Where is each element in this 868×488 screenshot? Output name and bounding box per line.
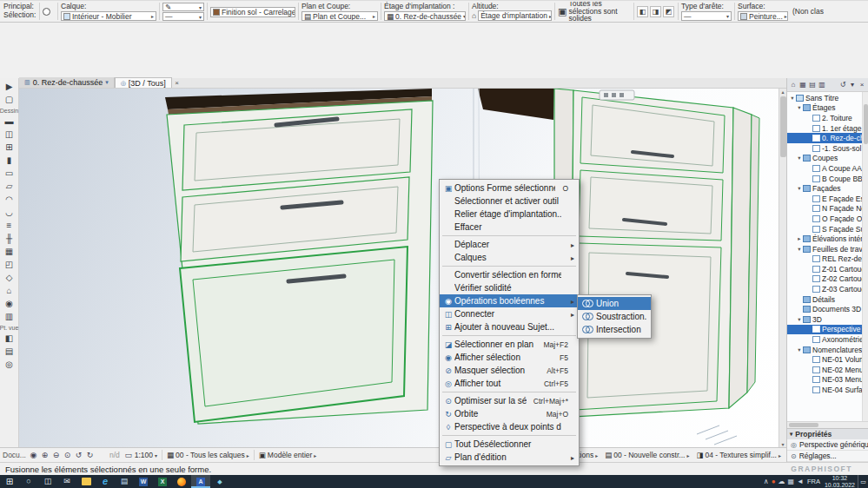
context-menu-item[interactable]: ⊞ Ajouter à nouveau Sujet... (440, 320, 579, 333)
view-map-icon[interactable]: ▦ (798, 80, 807, 89)
archicad-app-icon[interactable]: A (191, 475, 210, 488)
tree-scrollbar[interactable] (862, 92, 868, 421)
context-menu-item[interactable]: ◫ Connecter (440, 307, 579, 320)
settings-row[interactable]: ⊙ Réglages... (787, 451, 868, 462)
line-type-combo[interactable]: —▾ (162, 12, 204, 21)
expander-icon[interactable]: ▸ (796, 235, 803, 242)
language-indicator[interactable]: FRA (807, 478, 820, 485)
submenu-item[interactable]: Union (578, 297, 651, 310)
context-menu-item[interactable]: ▣ Options Forme sélectionné O (440, 181, 579, 195)
tree-item[interactable]: ▾ Feuilles de travail (787, 244, 868, 254)
word-app-icon[interactable]: W (134, 475, 153, 488)
viewport-scrollbar[interactable]: ▴ ▾ (779, 89, 786, 447)
expander-icon[interactable]: ▾ (796, 246, 803, 253)
tree-item[interactable]: Axonométrie géné... (787, 334, 868, 345)
tree-item[interactable]: REL Rez-de-chauss... (787, 254, 868, 265)
previous-view-icon[interactable]: ↺ (73, 450, 84, 461)
tree-item[interactable]: ▾ Étages (787, 103, 868, 114)
expander-icon[interactable]: ▾ (796, 316, 803, 323)
onedrive-icon[interactable]: ☁ (778, 478, 785, 485)
tray-expand-icon[interactable]: ∧ (764, 478, 769, 485)
solid-selection-icon[interactable]: ▣ (558, 6, 567, 17)
tree-item[interactable]: ▾ Sans Titre (787, 93, 868, 103)
wall-tool[interactable]: ▬ (2, 115, 17, 128)
context-menu-item[interactable]: ▢ Tout Désélectionner (440, 438, 579, 451)
tree-item[interactable]: ▾ 3D (787, 314, 868, 325)
tree-item[interactable]: ▾ Coupes (787, 154, 868, 164)
styles-combo[interactable]: ◨04 - Textures simplif...▸ (693, 451, 784, 459)
bimx-app-icon[interactable]: ◆ (210, 475, 229, 488)
context-menu-item[interactable]: ◊ Perspective à deux points de fuite (440, 420, 579, 433)
context-menu-item[interactable]: ◉ Afficher sélection F5 (440, 351, 579, 364)
pan-icon[interactable]: ◉ (28, 450, 39, 461)
tree-item[interactable]: NE-01 Volumes e... (787, 354, 868, 365)
beam-tool[interactable]: ▭ (2, 167, 17, 180)
context-menu-item[interactable]: Vérifier solidité (440, 281, 579, 294)
tree-item[interactable]: Z-02 Cartouche 02 (787, 274, 868, 285)
pen-color-icon[interactable] (43, 8, 50, 16)
scrollbar-thumb[interactable] (780, 96, 786, 157)
next-view-icon[interactable]: ↻ (84, 450, 96, 461)
excel-app-icon[interactable]: X (153, 475, 172, 488)
section-tool[interactable]: ◧ (2, 332, 17, 345)
railing-tool[interactable]: ╫ (2, 232, 17, 245)
context-menu-item[interactable]: Relier étage d'implantation... (440, 208, 579, 221)
spacer[interactable] (827, 80, 838, 89)
project-map-icon[interactable]: ⌂ (789, 80, 798, 89)
3d-viewport[interactable]: ▴ ▾ (19, 89, 786, 447)
expander-icon[interactable]: ▾ (796, 185, 803, 192)
morph-tool[interactable]: ◇ (2, 271, 17, 284)
tree-item[interactable]: N Façade Nord (M... (787, 204, 868, 214)
plan-display-combo[interactable]: ▤Plan et Coupe...▸ (301, 11, 378, 21)
panel-close-icon[interactable]: × (858, 80, 866, 89)
face-mode-icon[interactable]: ◧ (637, 6, 648, 17)
tree-item[interactable]: ▾ Façades (787, 183, 868, 194)
submenu-item[interactable]: Soustraction... (578, 310, 651, 323)
tree-hscrollbar[interactable] (787, 421, 868, 428)
tab-3d-view[interactable]: ◎[3D / Tous] (115, 77, 172, 88)
camera-tool[interactable]: ◎ (2, 358, 17, 371)
fit-in-window-icon[interactable]: ⊙ (62, 450, 73, 461)
line-pen-combo[interactable]: ✎▾ (162, 3, 204, 11)
arrow-tool[interactable]: ▶ (2, 80, 17, 93)
layer-combination-combo[interactable]: ▦00 - Tous les calques▸ (164, 451, 252, 459)
tree-item[interactable]: E Façade Est (Mod... (787, 194, 868, 204)
tree-item[interactable]: -1. Sous-sol (787, 143, 868, 154)
notification-dot-icon[interactable]: ● (772, 478, 776, 485)
volume-icon[interactable]: ◄ (797, 478, 804, 485)
tree-item[interactable]: B Coupe BB (Mod... (787, 174, 868, 184)
store-app-icon[interactable]: ▤ (115, 475, 134, 488)
context-menu-item[interactable]: Déplacer (440, 238, 579, 251)
home-story-combo[interactable]: ▦0. Rez-de-chaussée▾ (384, 11, 466, 21)
submenu-item[interactable]: Intersection (578, 323, 651, 336)
elevation-tool[interactable]: ▤ (2, 345, 17, 358)
mail-app-icon[interactable]: ✉ (57, 475, 76, 488)
edge-app-icon[interactable]: e (96, 475, 115, 488)
tree-item[interactable]: S Façade Sud (Mo... (787, 224, 868, 234)
context-menu-item[interactable]: ◪ Sélectionner en plan Maj+F2 (440, 338, 579, 351)
scroll-up-icon[interactable]: ▴ (781, 89, 784, 95)
tree-item[interactable]: NE-02 Menuiseri... (787, 365, 868, 375)
vertex-mode-icon[interactable]: ◩ (663, 6, 674, 17)
publisher-icon[interactable]: ▥ (818, 80, 826, 89)
panel-menu-icon[interactable]: ▾ (848, 80, 857, 89)
tab-close-button[interactable]: × (172, 77, 182, 88)
action-center-icon[interactable]: ▭ (858, 475, 868, 488)
start-button[interactable]: ⊞ (0, 475, 19, 488)
edge-mode-icon[interactable]: ◨ (650, 6, 661, 17)
slab-tool[interactable]: ▱ (2, 180, 17, 193)
tree-item[interactable]: Détails (787, 294, 868, 305)
surface-override-combo[interactable]: Peinture...▸ (738, 11, 788, 21)
tree-item[interactable]: Z-03 Cartouche 03 (787, 284, 868, 294)
shell-tool[interactable]: ◡ (2, 206, 17, 219)
context-menu-item[interactable]: ⊙ Optimiser sur la sélection Ctrl+Maj+* (440, 394, 579, 407)
context-menu-item[interactable]: ◎ Afficher tout Ctrl+F5 (440, 377, 579, 390)
tree-item[interactable]: A Coupe AA (Mod... (787, 163, 868, 174)
taskbar-clock[interactable]: 10:32 10.03.2022 (825, 475, 855, 488)
model-filter-combo[interactable]: ▣Modèle entier▸ (256, 451, 320, 459)
refresh-icon[interactable]: ↺ (838, 80, 847, 89)
column-tool[interactable]: ▮ (2, 154, 17, 167)
firefox-app-icon[interactable] (172, 475, 191, 488)
properties-header[interactable]: ▾ Propriétés (787, 428, 868, 439)
search-button[interactable]: ○ (19, 475, 38, 488)
